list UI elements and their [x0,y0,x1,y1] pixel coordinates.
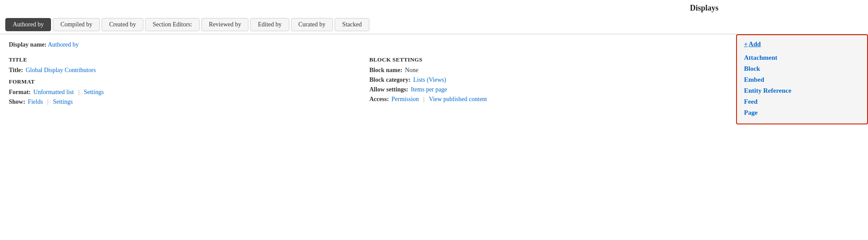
block-category-label: Block category: [369,76,411,84]
add-label: Add [749,40,761,47]
access-row: Access: Permission | View published cont… [369,96,712,103]
display-name-label: Display name: [9,41,47,48]
tab-stacked[interactable]: Stacked [335,18,369,31]
title-field-row: Title: Global Display Contributors [9,67,352,74]
plus-icon: + [744,40,748,47]
show-settings-link[interactable]: Settings [53,98,73,105]
format-section-heading: FORMAT [9,78,352,85]
title-section-heading: TITLE [9,56,352,63]
right-panel: BLOCK SETTINGS Block name: None Block ca… [369,56,712,108]
show-value[interactable]: Fields [28,98,43,105]
block-category-value[interactable]: Lists (Views) [413,76,446,84]
tab-curated-by[interactable]: Curated by [291,18,333,31]
two-column-layout: TITLE Title: Global Display Contributors… [9,56,859,108]
tab-edited-by[interactable]: Edited by [250,18,289,31]
access-link[interactable]: View published content [429,96,487,103]
title-field-label: Title: [9,67,23,74]
display-name-value[interactable]: Authored by [48,41,79,48]
allow-settings-value[interactable]: Items per page [411,86,447,93]
block-settings-heading: BLOCK SETTINGS [369,56,712,63]
tab-section-editors[interactable]: Section Editors: [145,18,200,31]
dropdown-item-feed[interactable]: Feed [744,96,860,107]
show-label: Show: [9,98,25,105]
dropdown-item-entity-reference[interactable]: Entity Reference [744,85,860,96]
format-separator: | [78,89,80,96]
block-name-value: None [405,67,418,74]
tab-bar: Authored by Compiled by Created by Secti… [0,15,868,34]
format-settings-link[interactable]: Settings [84,89,104,96]
display-name-bar: Display name: Authored by [9,41,859,48]
access-label: Access: [369,96,389,103]
displays-header: Displays [0,0,868,15]
show-field-row: Show: Fields | Settings [9,98,352,105]
allow-settings-row: Allow settings: Items per page [369,86,712,93]
block-category-row: Block category: Lists (Views) [369,76,712,84]
page-title: Displays [690,4,718,12]
block-name-row: Block name: None [369,67,712,74]
access-value[interactable]: Permission [391,96,419,103]
dropdown-item-attachment[interactable]: Attachment [744,52,860,63]
tab-authored-by[interactable]: Authored by [5,18,51,31]
tab-created-by[interactable]: Created by [102,18,143,31]
format-value[interactable]: Unformatted list [33,89,74,96]
dropdown-item-page[interactable]: Page [744,107,860,118]
page-wrapper: Displays Authored by Compiled by Created… [0,0,868,240]
dropdown-item-block[interactable]: Block [744,63,860,74]
show-separator: | [47,98,49,105]
tab-compiled-by[interactable]: Compiled by [53,18,100,31]
dropdown-menu: +Add Attachment Block Embed Entity Refer… [736,34,868,124]
format-label: Format: [9,89,31,96]
format-field-row: Format: Unformatted list | Settings [9,89,352,96]
title-field-value[interactable]: Global Display Contributors [26,67,95,74]
left-panel: TITLE Title: Global Display Contributors… [9,56,352,108]
main-content: Display name: Authored by TITLE Title: G… [0,34,868,115]
allow-settings-label: Allow settings: [369,86,408,93]
dropdown-item-embed[interactable]: Embed [744,74,860,85]
add-button[interactable]: +Add [744,40,860,48]
block-name-label: Block name: [369,67,402,74]
tab-reviewed-by[interactable]: Reviewed by [201,18,248,31]
access-separator: | [423,96,425,103]
